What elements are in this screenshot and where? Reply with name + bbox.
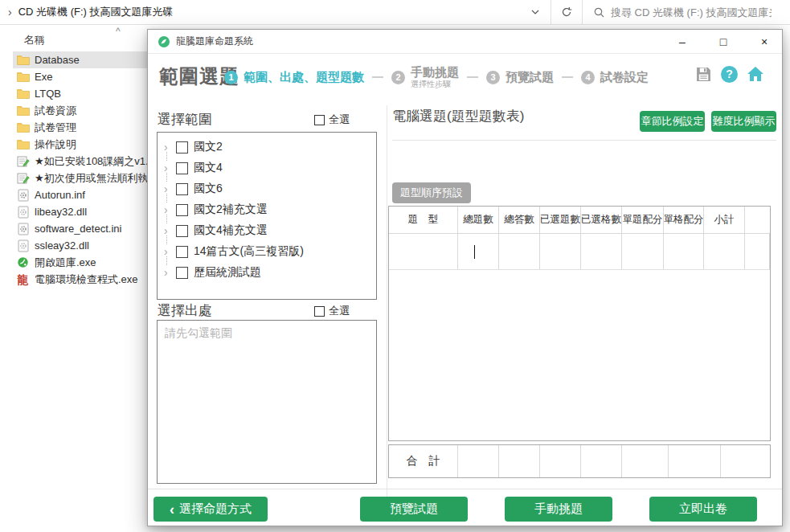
checkbox-icon[interactable] <box>176 267 188 279</box>
range-select-all[interactable]: 全選 <box>314 113 350 127</box>
checkbox-icon[interactable] <box>176 204 188 216</box>
file-row[interactable]: LTQB <box>13 85 147 102</box>
step-1-badge[interactable]: 1 <box>224 71 238 84</box>
cell-total-answers[interactable] <box>499 234 540 269</box>
breadcrumb-chevron-icon[interactable]: › <box>0 6 18 18</box>
folder-icon <box>16 104 30 117</box>
select-all-label: 全選 <box>329 113 350 127</box>
tree-item-label: 國文2補充文選 <box>194 203 268 217</box>
app-window: 龍騰題庫命題系統 – □ × 範圍選題 1 範圍、出處、題型題數 2 手動挑題 … <box>147 29 783 526</box>
explorer-address-bar: › CD 光碟機 (F:) 技高國文題庫光碟 <box>0 0 790 25</box>
file-row[interactable]: Database <box>13 51 147 68</box>
search-icon <box>594 7 604 18</box>
checkbox-icon[interactable] <box>176 141 188 153</box>
cell-points-per-blank[interactable] <box>664 234 704 269</box>
checkbox-icon[interactable] <box>176 225 188 237</box>
section-divider <box>392 140 776 141</box>
dll-file-icon <box>16 239 30 252</box>
tree-item[interactable]: › 14篇古文(高三複習版) <box>164 243 304 260</box>
tree-item[interactable]: › 國文2 <box>164 139 223 155</box>
tree-item-label: 國文4 <box>194 161 223 175</box>
file-name: libeay32.dll <box>35 206 87 218</box>
cell-selected-blanks[interactable] <box>581 234 622 269</box>
file-row[interactable]: 試卷資源 <box>13 102 147 119</box>
generate-paper-button[interactable]: 立即出卷 <box>649 497 757 522</box>
difficulty-ratio-button[interactable]: 難度比例顯示 <box>711 111 776 132</box>
table-data-row[interactable] <box>389 234 770 270</box>
chevron-right-icon[interactable]: › <box>164 182 170 195</box>
address-dropdown-button[interactable] <box>520 0 551 24</box>
file-row[interactable]: Autorun.inf <box>13 186 147 203</box>
search-box[interactable] <box>583 0 790 24</box>
breadcrumb[interactable]: CD 光碟機 (F:) 技高國文題庫光碟 <box>18 5 174 19</box>
tree-item[interactable]: › 歷屆統測試題 <box>164 264 261 280</box>
file-row[interactable]: 開啟題庫.exe <box>13 254 147 271</box>
chevron-right-icon[interactable]: › <box>164 224 170 237</box>
chevron-right-icon[interactable]: › <box>164 245 170 258</box>
file-row[interactable]: 操作說明 <box>13 136 147 153</box>
maximize-button[interactable]: □ <box>706 30 741 54</box>
header-selected-questions: 已選題數 <box>540 207 581 233</box>
tree-item[interactable]: › 國文4補充文選 <box>164 223 268 239</box>
question-order-badge[interactable]: 題型順序預設 <box>392 182 471 203</box>
file-row[interactable]: 龍 電腦環境檢查程式.exe <box>13 271 147 288</box>
step-separator <box>467 76 478 78</box>
source-select-all[interactable]: 全選 <box>314 304 350 318</box>
step-2-label[interactable]: 手動挑題 <box>411 66 459 80</box>
search-input[interactable] <box>611 6 772 18</box>
file-name: software_detect.ini <box>35 223 121 235</box>
file-name: ★初次使用或無法順利執行 <box>35 171 147 186</box>
file-row[interactable]: ★如已安裝108課綱之v1.( <box>13 153 147 170</box>
help-button[interactable]: ? <box>721 66 738 83</box>
step-2-badge[interactable]: 2 <box>391 71 405 84</box>
sort-ascending-icon[interactable]: ^ <box>116 26 121 37</box>
cell-points-per-question[interactable] <box>622 234 664 269</box>
file-row[interactable]: 試卷管理 <box>13 119 147 136</box>
minimize-button[interactable]: – <box>665 30 700 54</box>
column-header-name[interactable]: 名稱 <box>24 33 45 47</box>
checkbox-icon[interactable] <box>314 115 325 125</box>
cell-empty[interactable] <box>745 234 770 269</box>
step-1-label[interactable]: 範圍、出處、題型題數 <box>244 70 364 85</box>
file-row[interactable]: Exe <box>13 68 147 85</box>
home-button[interactable] <box>747 65 764 83</box>
chevron-right-icon[interactable]: › <box>164 141 170 153</box>
file-name: 試卷資源 <box>35 104 76 118</box>
file-name: 操作說明 <box>35 137 76 152</box>
back-button-label: 選擇命題方式 <box>179 501 252 517</box>
chevron-right-icon[interactable]: › <box>164 203 170 216</box>
close-button[interactable]: × <box>747 30 782 54</box>
app-title-bar[interactable]: 龍騰題庫命題系統 – □ × <box>148 30 782 54</box>
chapter-ratio-button[interactable]: 章節比例設定 <box>640 111 705 132</box>
file-row[interactable]: libeay32.dll <box>13 203 147 220</box>
checkbox-icon[interactable] <box>314 306 325 317</box>
tree-item[interactable]: › 國文6 <box>164 181 223 197</box>
chevron-right-icon[interactable]: › <box>164 162 170 174</box>
checkbox-icon[interactable] <box>176 246 188 258</box>
step-3-badge[interactable]: 3 <box>486 71 500 84</box>
file-row[interactable]: ssleay32.dll <box>13 237 147 254</box>
cell-subtotal[interactable] <box>704 234 745 269</box>
refresh-button[interactable] <box>551 0 582 24</box>
preview-questions-button[interactable]: 預覽試題 <box>360 497 468 522</box>
file-row[interactable]: software_detect.ini <box>13 220 147 237</box>
chevron-right-icon[interactable]: › <box>164 266 170 279</box>
config-file-icon <box>16 223 30 235</box>
file-row[interactable]: ★初次使用或無法順利執行 <box>13 170 147 186</box>
step-4-label[interactable]: 試卷設定 <box>600 70 649 85</box>
checkbox-icon[interactable] <box>176 183 188 195</box>
checkbox-icon[interactable] <box>176 162 188 174</box>
step-3-label[interactable]: 預覽試題 <box>506 70 554 85</box>
manual-pick-button[interactable]: 手動挑題 <box>505 497 612 522</box>
save-button[interactable] <box>694 65 712 83</box>
totals-label: 合 計 <box>389 445 458 477</box>
tree-item[interactable]: › 國文2補充文選 <box>164 202 268 218</box>
source-list-box[interactable]: 請先勾選範圍 <box>157 320 377 484</box>
app-logo-icon <box>158 35 170 48</box>
cell-total-questions[interactable] <box>458 234 499 269</box>
back-button[interactable]: ‹ 選擇命題方式 <box>153 497 268 522</box>
cell-question-type[interactable] <box>389 234 458 269</box>
step-4-badge[interactable]: 4 <box>581 71 595 84</box>
cell-selected-questions[interactable] <box>540 234 581 269</box>
tree-item[interactable]: › 國文4 <box>164 160 223 176</box>
